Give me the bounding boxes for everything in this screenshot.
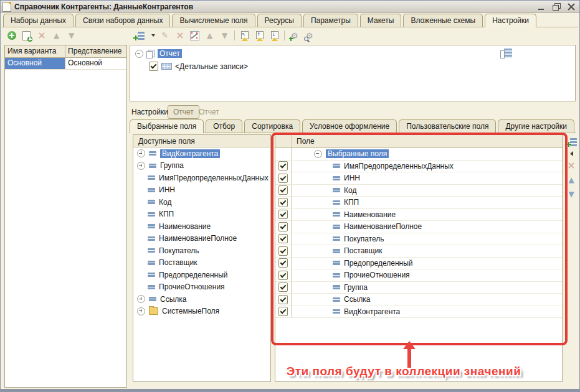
field-label[interactable]: Ссылка	[160, 295, 186, 304]
collapse-panel-icon[interactable]	[570, 151, 573, 156]
add-variant-icon[interactable]	[6, 30, 17, 40]
field-checkbox[interactable]	[278, 185, 288, 195]
selected-field-row[interactable]: Покупатель	[275, 233, 562, 246]
move-down-icon[interactable]: ▼	[219, 30, 230, 40]
restore-button[interactable]	[551, 2, 561, 11]
selected-field-row[interactable]: КПП	[275, 197, 562, 209]
field-up-icon[interactable]: ▲	[566, 175, 577, 185]
field-label[interactable]: ПрочиеОтношения	[344, 271, 410, 279]
tab-other-settings[interactable]: Другие настройки	[498, 119, 574, 133]
selected-field-row[interactable]: Предопределенный	[275, 258, 562, 270]
field-label[interactable]: ПрочиеОтношения	[159, 282, 225, 291]
tab-selected-fields[interactable]: Выбранные поля	[130, 119, 204, 133]
move-up-icon[interactable]: ▲	[51, 30, 62, 40]
tab-resources[interactable]: Ресурсы	[257, 14, 302, 27]
field-label[interactable]: Группа	[344, 283, 368, 292]
field-checkbox[interactable]	[278, 161, 288, 170]
selected-field-row[interactable]: Группа	[275, 282, 562, 294]
field-checkbox[interactable]	[278, 246, 288, 256]
move-up-icon[interactable]: ▲	[204, 30, 215, 40]
field-label[interactable]: Код	[344, 186, 356, 195]
field-label[interactable]: ИмяПредопределенныхДанных	[159, 174, 269, 182]
field-label[interactable]: Наименование	[159, 222, 211, 231]
group-label[interactable]: Выбранные поля	[326, 149, 389, 158]
field-label[interactable]: НаименованиеПолное	[344, 222, 422, 231]
field-label[interactable]: Покупатель	[344, 235, 384, 243]
field-label[interactable]: КПП	[344, 198, 359, 207]
field-label[interactable]: Поставщик	[159, 258, 197, 267]
selected-field-row[interactable]: Ссылка	[275, 294, 562, 306]
open-settings-icon[interactable]: ↖	[239, 30, 250, 40]
selected-field-row[interactable]: ПрочиеОтношения	[275, 269, 562, 282]
available-field-row[interactable]: Предопределенный	[133, 269, 270, 281]
column-presentation[interactable]: Представление	[65, 45, 126, 57]
field-label[interactable]: Поставщик	[344, 246, 383, 255]
report-root-label[interactable]: Отчет	[158, 49, 182, 58]
tab-filter[interactable]: Отбор	[206, 119, 242, 133]
available-field-row[interactable]: СистемныеПоля	[133, 306, 270, 318]
available-field-row[interactable]: Наименование	[133, 220, 270, 233]
field-checkbox[interactable]	[278, 282, 288, 292]
field-checkbox[interactable]	[278, 307, 288, 316]
field-label[interactable]: СистемныеПоля	[162, 307, 219, 315]
minimize-button[interactable]	[536, 2, 546, 11]
selected-field-row[interactable]: Поставщик	[275, 245, 562, 258]
available-field-row[interactable]: Группа	[133, 160, 270, 172]
tab-calculated-fields[interactable]: Вычисляемые поля	[172, 14, 255, 27]
selected-field-row[interactable]: Наименование	[275, 209, 562, 222]
field-label[interactable]: Предопределенный	[159, 271, 228, 279]
selected-field-row[interactable]: НаименованиеПолное	[275, 221, 562, 233]
field-label[interactable]: ИмяПредопределенныхДанных	[344, 162, 454, 170]
available-field-row[interactable]: ВидКонтрагента	[133, 147, 270, 160]
selected-field-row[interactable]: ВидКонтрагента	[275, 306, 562, 319]
available-field-row[interactable]: ПрочиеОтношения	[133, 281, 270, 294]
field-checkbox[interactable]	[278, 198, 288, 207]
available-field-row[interactable]: ИНН	[133, 184, 270, 197]
field-checkbox[interactable]	[278, 210, 288, 219]
tab-conditional-appearance[interactable]: Условное оформление	[302, 119, 397, 133]
expand-icon[interactable]	[137, 162, 145, 170]
field-label[interactable]: ИНН	[344, 174, 360, 182]
tab-data-sets[interactable]: Наборы данных	[3, 14, 74, 27]
close-button[interactable]	[566, 2, 576, 11]
selected-fields-group-row[interactable]: Выбранные поля	[275, 148, 562, 161]
field-column-header[interactable]: Поле	[292, 135, 562, 147]
add-element-icon[interactable]	[132, 30, 146, 40]
available-field-row[interactable]: Код	[133, 196, 270, 208]
tab-data-set-links[interactable]: Связи наборов данных	[75, 14, 170, 27]
field-label[interactable]: Наименование	[344, 210, 396, 219]
load-settings-icon[interactable]: ↑	[254, 30, 265, 40]
available-field-row[interactable]: Поставщик	[133, 257, 270, 269]
field-checkbox[interactable]	[278, 222, 288, 231]
move-down-icon[interactable]: ▼	[66, 30, 77, 40]
new-composition-icon[interactable]: ⚙	[289, 30, 300, 40]
tab-layouts[interactable]: Макеты	[360, 14, 402, 27]
selected-field-row[interactable]: ИмяПредопределенныхДанных	[275, 161, 562, 173]
field-label[interactable]: Группа	[160, 161, 184, 170]
remove-field-icon[interactable]	[566, 161, 577, 170]
collapse-icon[interactable]	[135, 50, 143, 58]
field-label[interactable]: ВидКонтрагента	[344, 307, 400, 316]
available-field-row[interactable]: Покупатель	[133, 245, 270, 257]
field-down-icon[interactable]: ▼	[566, 189, 577, 199]
field-label[interactable]: ИНН	[159, 185, 175, 194]
available-field-row[interactable]: ИмяПредопределенныхДанных	[133, 172, 270, 184]
expand-icon[interactable]	[137, 295, 145, 303]
field-label[interactable]: Предопределенный	[344, 259, 413, 268]
expand-icon[interactable]	[137, 149, 145, 157]
field-label[interactable]: Ссылка	[344, 295, 370, 304]
tab-nested-schemas[interactable]: Вложенные схемы	[403, 14, 483, 27]
copy-variant-icon[interactable]	[21, 30, 32, 40]
save-settings-icon[interactable]: ↓	[269, 30, 280, 40]
available-field-row[interactable]: КПП	[133, 208, 270, 221]
expand-icon[interactable]	[137, 307, 145, 315]
delete-variant-icon[interactable]	[36, 30, 47, 40]
field-checkbox[interactable]	[278, 258, 288, 268]
field-label[interactable]: ВидКонтрагента	[160, 149, 220, 158]
tab-settings[interactable]: Настройки	[485, 14, 536, 27]
tab-sorting[interactable]: Сортировка	[244, 119, 300, 133]
field-label[interactable]: КПП	[159, 210, 174, 218]
delete-icon[interactable]	[174, 30, 185, 40]
field-checkbox[interactable]	[278, 295, 288, 304]
selected-field-row[interactable]: ИНН	[275, 172, 562, 185]
